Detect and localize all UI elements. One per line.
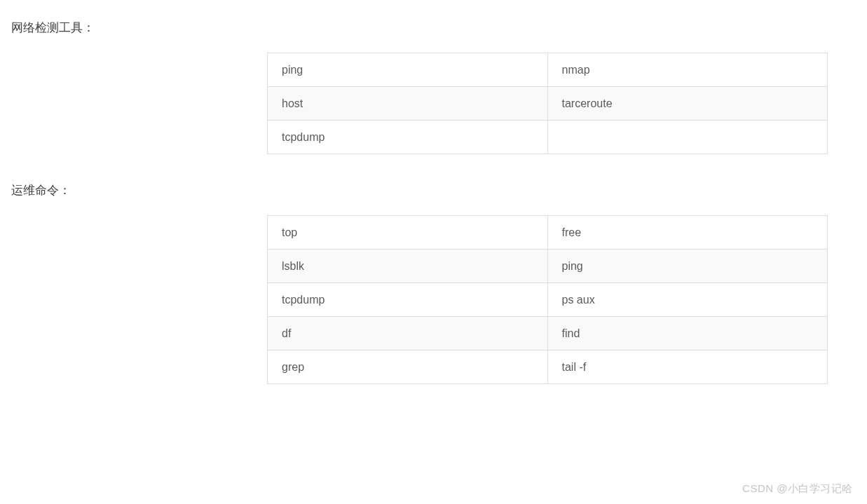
- table-row: grep tail -f: [268, 350, 828, 384]
- table-cell: ping: [268, 53, 548, 87]
- section-network-tools: 网络检测工具： ping nmap host tarceroute tcpdum…: [11, 20, 856, 154]
- table-cell: tcpdump: [268, 283, 548, 317]
- table-cell: free: [547, 216, 828, 250]
- table-cell: top: [268, 216, 548, 250]
- table-cell: tcpdump: [268, 121, 548, 154]
- section-ops-commands: 运维命令： top free lsblk ping tcpdump ps aux…: [11, 182, 856, 384]
- table-cell: nmap: [547, 53, 828, 87]
- table-row: df find: [268, 317, 828, 350]
- watermark-text: CSDN @小白学习记哈: [742, 482, 853, 496]
- section-title: 运维命令：: [11, 182, 856, 198]
- section-title: 网络检测工具：: [11, 20, 856, 36]
- table-cell: lsblk: [268, 250, 548, 283]
- table-cell: ps aux: [547, 283, 828, 317]
- table-cell: host: [268, 87, 548, 121]
- table-row: host tarceroute: [268, 87, 828, 121]
- table-row: top free: [268, 216, 828, 250]
- table-wrap: top free lsblk ping tcpdump ps aux df fi…: [11, 215, 856, 384]
- table-row: tcpdump: [268, 121, 828, 154]
- ops-commands-table: top free lsblk ping tcpdump ps aux df fi…: [267, 215, 828, 384]
- table-cell: tarceroute: [547, 87, 828, 121]
- network-tools-table: ping nmap host tarceroute tcpdump: [267, 53, 828, 154]
- table-cell: grep: [268, 350, 548, 384]
- table-row: ping nmap: [268, 53, 828, 87]
- table-row: tcpdump ps aux: [268, 283, 828, 317]
- table-cell: df: [268, 317, 548, 350]
- table-cell: [547, 121, 828, 154]
- table-cell: find: [547, 317, 828, 350]
- table-wrap: ping nmap host tarceroute tcpdump: [11, 53, 856, 154]
- table-cell: ping: [547, 250, 828, 283]
- table-cell: tail -f: [547, 350, 828, 384]
- table-row: lsblk ping: [268, 250, 828, 283]
